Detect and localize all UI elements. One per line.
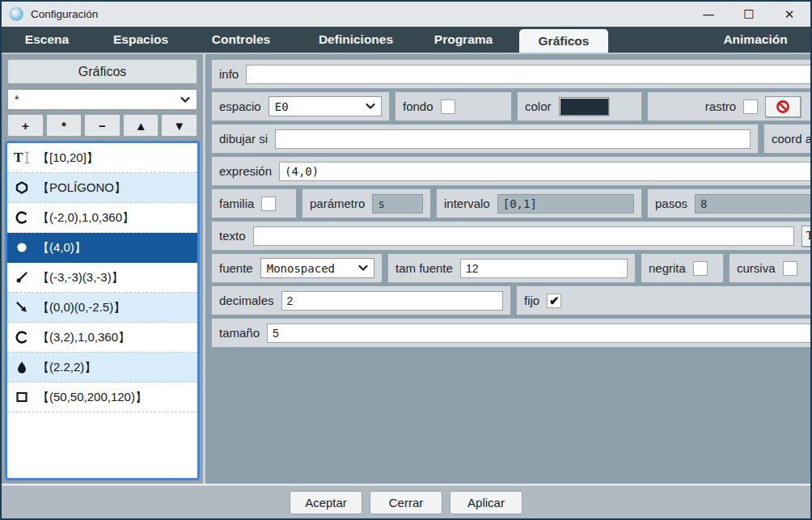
list-item[interactable]: 【(-3,-3)(3,-3)】: [7, 263, 197, 293]
espacio-label: espacio: [219, 99, 261, 113]
list-item-label: 【POLÍGONO】: [37, 180, 126, 196]
list-item[interactable]: 【(0,0)(0,-2.5)】: [7, 293, 197, 323]
tab-definiciones[interactable]: Definiciones: [309, 27, 403, 53]
dibujar-si-field-group: dibujar si: [211, 124, 759, 154]
fuente-label: fuente: [219, 261, 253, 275]
texto-input[interactable]: [253, 226, 795, 246]
tam-fuente-field-group: tam fuente: [387, 253, 636, 283]
list-item-selected[interactable]: 【(4,0)】: [7, 233, 197, 263]
color-swatch[interactable]: [559, 97, 609, 116]
coord-abs-label: coord abs: [772, 132, 812, 146]
tab-graficos[interactable]: Gráficos: [519, 29, 608, 53]
dialog-footer: Aceptar Cerrar Aplicar: [2, 485, 810, 518]
color-label: color: [525, 99, 552, 113]
tam-fuente-input[interactable]: [460, 259, 628, 278]
title-bar: Configuración — ☐ ✕: [2, 2, 810, 27]
graphics-list-panel: Gráficos * + * − ▲ ▼ T 【[10,20]】 【POL: [2, 54, 205, 484]
move-up-button[interactable]: ▲: [123, 114, 159, 137]
fijo-checkbox[interactable]: [547, 294, 561, 308]
list-item[interactable]: 【(50,50,200,120)】: [7, 383, 197, 412]
list-item[interactable]: 【(2.2,2)】: [7, 353, 197, 383]
configuration-dialog: Configuración — ☐ ✕ Escena Espacios Cont…: [0, 0, 812, 520]
move-down-button[interactable]: ▼: [161, 114, 197, 137]
tab-espacios[interactable]: Espacios: [104, 27, 178, 53]
rastro-field-group: rastro: [647, 91, 812, 121]
intervalo-field-group: intervalo: [436, 188, 642, 218]
familia-label: familia: [219, 197, 254, 210]
tamano-label: tamaño: [219, 326, 260, 340]
chevron-down-icon: [180, 96, 190, 104]
graphics-filter-value: *: [15, 93, 180, 106]
parametro-input: [372, 194, 423, 213]
list-item-label: 【(0,0)(0,-2.5)】: [37, 300, 125, 315]
negrita-label: negrita: [649, 261, 686, 275]
tamano-input[interactable]: [267, 323, 812, 343]
polygon-icon: [14, 180, 30, 195]
list-item[interactable]: 【POLÍGONO】: [7, 173, 197, 203]
tab-programa[interactable]: Programa: [425, 27, 501, 53]
maximize-button[interactable]: ☐: [741, 6, 757, 23]
pasos-label: pasos: [655, 197, 687, 210]
fill-icon: [14, 360, 30, 374]
list-item[interactable]: T 【[10,20]】: [7, 143, 197, 173]
list-item-label: 【[10,20]】: [37, 150, 99, 166]
close-button[interactable]: ✕: [781, 6, 797, 23]
apply-button[interactable]: Aplicar: [450, 491, 522, 514]
fuente-dropdown[interactable]: Monospaced: [260, 258, 374, 278]
prohibition-icon: [776, 99, 790, 114]
point-icon: [14, 240, 30, 255]
espacio-dropdown[interactable]: E0: [269, 96, 382, 116]
rastro-label: rastro: [705, 99, 736, 113]
pasos-field-group: pasos: [647, 188, 812, 218]
info-input[interactable]: [246, 65, 812, 84]
accept-button[interactable]: Aceptar: [290, 491, 362, 514]
expresion-label: expresión: [219, 164, 272, 178]
arrow-icon: [14, 300, 30, 315]
decimales-input[interactable]: [281, 291, 503, 311]
list-item[interactable]: 【(-2,0),1,0,360】: [7, 203, 197, 233]
texto-field-group: texto T Rtf: [211, 221, 812, 251]
list-toolbar: + * − ▲ ▼: [7, 114, 197, 137]
fijo-label: fijo: [524, 294, 539, 307]
familia-checkbox[interactable]: [261, 197, 276, 211]
dibujar-si-label: dibujar si: [219, 132, 268, 146]
cursiva-field-group: cursiva: [729, 253, 812, 283]
graphics-list: T 【[10,20]】 【POLÍGONO】 【(-2,0),1,0,360】 …: [5, 141, 200, 480]
add-button[interactable]: +: [7, 114, 44, 137]
intervalo-label: intervalo: [444, 197, 490, 210]
rectangle-icon: [14, 390, 30, 404]
graphics-filter-dropdown[interactable]: *: [7, 89, 197, 110]
pasos-input: [695, 194, 812, 213]
fondo-checkbox[interactable]: [441, 99, 455, 114]
decimales-label: decimales: [219, 294, 274, 307]
tamano-field-group: tamaño: [211, 318, 812, 348]
no-trace-button[interactable]: [765, 96, 801, 117]
graphics-panel-header: Gráficos: [7, 59, 197, 84]
color-field-group: color: [517, 91, 642, 121]
dibujar-si-input[interactable]: [275, 129, 751, 149]
minimize-button[interactable]: —: [700, 6, 717, 23]
decimales-field-group: decimales: [211, 285, 511, 315]
list-item-label: 【(3,2),1,0,360】: [37, 330, 130, 345]
tab-animacion[interactable]: Animación: [717, 27, 794, 53]
list-item-label: 【(50,50,200,120)】: [37, 390, 147, 405]
parametro-field-group: parámetro: [302, 188, 431, 218]
negrita-checkbox[interactable]: [693, 261, 708, 276]
espacio-value: E0: [275, 100, 361, 113]
plain-text-button[interactable]: T: [801, 226, 812, 247]
texto-label: texto: [219, 229, 246, 243]
list-item-label: 【(-3,-3)(3,-3)】: [37, 270, 124, 285]
tam-fuente-label: tam fuente: [395, 261, 453, 275]
duplicate-button[interactable]: *: [46, 114, 82, 137]
list-item[interactable]: 【(3,2),1,0,360】: [7, 323, 197, 353]
expresion-field-group: expresión: [211, 156, 812, 186]
list-item-label: 【(4,0)】: [37, 240, 87, 256]
rastro-checkbox[interactable]: [743, 99, 758, 114]
list-item-label: 【(2.2,2)】: [37, 360, 96, 375]
cursiva-checkbox[interactable]: [783, 261, 797, 276]
tab-escena[interactable]: Escena: [15, 27, 79, 53]
tab-controles[interactable]: Controles: [202, 27, 280, 53]
close-dialog-button[interactable]: Cerrar: [370, 491, 442, 514]
remove-button[interactable]: −: [84, 114, 121, 137]
expresion-input[interactable]: [279, 162, 812, 181]
